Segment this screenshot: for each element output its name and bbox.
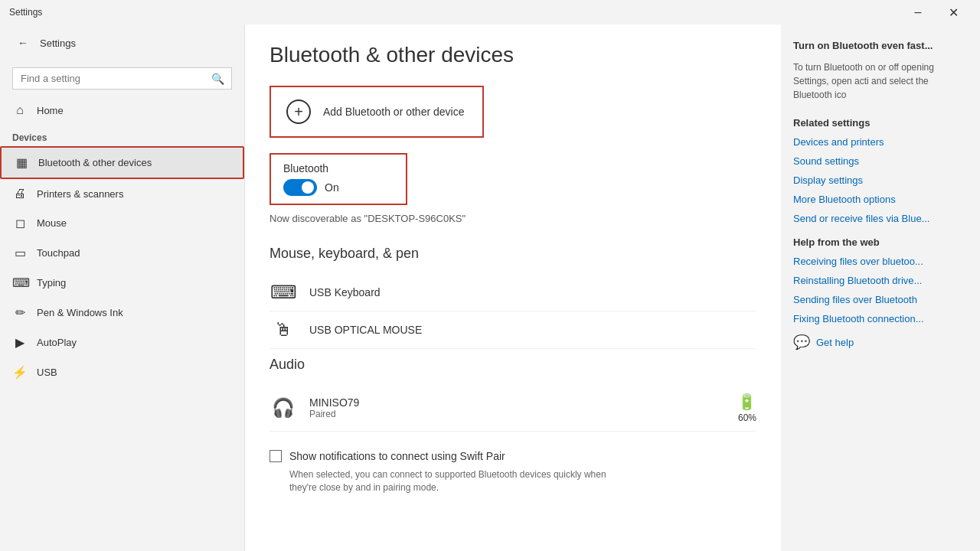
bluetooth-tip-text: To turn Bluetooth on or off opening Sett… <box>793 60 968 102</box>
sidebar-item-pen-label: Pen & Windows Ink <box>37 307 123 318</box>
main-content: Bluetooth & other devices + Add Bluetoot… <box>245 24 781 551</box>
sidebar-header: ← Settings <box>0 24 244 61</box>
touchpad-icon: ▭ <box>12 246 28 260</box>
link-fixing-connection[interactable]: Fixing Bluetooth connection... <box>793 313 968 324</box>
close-button[interactable]: ✕ <box>936 0 971 24</box>
get-help-label: Get help <box>816 337 854 348</box>
back-icon: ← <box>18 37 28 49</box>
mouse-device-icon: 🖱 <box>270 319 297 341</box>
sidebar-item-usb-label: USB <box>37 367 57 378</box>
sidebar-item-printers-label: Printers & scanners <box>37 188 123 200</box>
battery-percent: 60% <box>738 412 756 423</box>
search-input[interactable] <box>12 67 232 90</box>
sidebar-item-bluetooth-label: Bluetooth & other devices <box>38 157 152 168</box>
bluetooth-toggle-label: Bluetooth <box>283 162 394 174</box>
sidebar-item-touchpad[interactable]: ▭ Touchpad <box>0 238 244 268</box>
toggle-state-label: On <box>325 181 339 194</box>
sidebar: ← Settings 🔍 ⌂ Home Devices ▦ Bluetooth … <box>0 24 245 551</box>
home-icon: ⌂ <box>12 103 28 117</box>
sidebar-item-mouse[interactable]: ◻ Mouse <box>0 208 244 238</box>
link-sound-settings[interactable]: Sound settings <box>793 155 968 167</box>
swift-pair-checkbox-row: Show notifications to connect using Swif… <box>270 450 756 462</box>
minimize-button[interactable]: – <box>900 0 936 24</box>
miniso-name: MINISO79 <box>309 396 725 409</box>
keyboard-name: USB Keyboard <box>309 286 756 298</box>
title-bar: Settings – ✕ <box>0 0 980 24</box>
page-title: Bluetooth & other devices <box>270 43 756 67</box>
keyboard-info: USB Keyboard <box>309 286 756 298</box>
title-bar-title: Settings <box>9 7 42 18</box>
sidebar-item-touchpad-label: Touchpad <box>37 247 80 259</box>
related-settings-title: Related settings <box>793 117 968 129</box>
mouse-section-title: Mouse, keyboard, & pen <box>270 246 756 262</box>
sidebar-item-home[interactable]: ⌂ Home <box>0 96 244 125</box>
battery-icon: 🔋 <box>737 393 756 411</box>
toggle-row: On <box>283 179 394 196</box>
title-bar-left: Settings <box>9 7 42 18</box>
swift-pair-checkbox[interactable] <box>270 450 282 462</box>
toggle-thumb <box>302 181 314 194</box>
link-more-bluetooth[interactable]: More Bluetooth options <box>793 194 968 205</box>
miniso-info: MINISO79 Paired <box>309 396 725 419</box>
sidebar-item-bluetooth[interactable]: ▦ Bluetooth & other devices <box>0 146 244 179</box>
typing-icon: ⌨ <box>12 276 28 290</box>
discoverable-text: Now discoverable as "DESKTOP-S96C0KS" <box>270 213 756 224</box>
printers-icon: 🖨 <box>12 187 28 201</box>
right-panel: Turn on Bluetooth even fast... To turn B… <box>781 24 980 551</box>
title-bar-controls: – ✕ <box>900 0 971 24</box>
help-from-web-title: Help from the web <box>793 236 968 248</box>
link-display-settings[interactable]: Display settings <box>793 174 968 186</box>
pen-icon: ✏ <box>12 305 28 320</box>
get-help-icon: 💬 <box>793 334 810 350</box>
device-usb-keyboard[interactable]: ⌨ USB Keyboard <box>270 274 756 311</box>
sidebar-item-autoplay[interactable]: ▶ AutoPlay <box>0 328 244 357</box>
sidebar-item-usb[interactable]: ⚡ USB <box>0 357 244 387</box>
bluetooth-icon: ▦ <box>14 155 29 170</box>
headphone-icon: 🎧 <box>270 397 297 419</box>
link-receiving-files[interactable]: Receiving files over bluetoo... <box>793 256 968 267</box>
swift-pair-label: Show notifications to connect using Swif… <box>289 450 505 462</box>
bluetooth-tip-section: Turn on Bluetooth even fast... To turn B… <box>793 40 968 102</box>
sidebar-item-home-label: Home <box>37 105 64 116</box>
mouse-icon: ◻ <box>12 216 28 230</box>
add-device-label: Add Bluetooth or other device <box>323 106 464 118</box>
usb-icon: ⚡ <box>12 365 28 380</box>
bluetooth-toggle-switch[interactable] <box>283 179 317 196</box>
search-icon: 🔍 <box>211 73 224 85</box>
sidebar-item-typing[interactable]: ⌨ Typing <box>0 268 244 298</box>
link-devices-printers[interactable]: Devices and printers <box>793 136 968 148</box>
keyboard-icon: ⌨ <box>270 282 297 303</box>
sidebar-section-title: Devices <box>0 125 244 146</box>
bluetooth-toggle-section: Bluetooth On <box>270 153 407 205</box>
device-usb-mouse[interactable]: 🖱 USB OPTICAL MOUSE <box>270 311 756 349</box>
app-body: ← Settings 🔍 ⌂ Home Devices ▦ Bluetooth … <box>0 24 980 551</box>
battery-info: 🔋 60% <box>737 393 756 423</box>
sidebar-item-pen[interactable]: ✏ Pen & Windows Ink <box>0 298 244 328</box>
add-device-button[interactable]: + Add Bluetooth or other device <box>270 86 484 138</box>
swift-pair-section: Show notifications to connect using Swif… <box>270 450 756 494</box>
miniso-sub: Paired <box>309 409 725 419</box>
device-miniso79[interactable]: 🎧 MINISO79 Paired 🔋 60% <box>270 385 756 432</box>
swift-pair-description: When selected, you can connect to suppor… <box>289 468 634 494</box>
mouse-section: Mouse, keyboard, & pen ⌨ USB Keyboard 🖱 … <box>270 246 756 349</box>
sidebar-item-mouse-label: Mouse <box>37 217 67 229</box>
get-help-row[interactable]: 💬 Get help <box>793 334 968 350</box>
sidebar-item-autoplay-label: AutoPlay <box>37 337 77 348</box>
add-device-plus-icon: + <box>286 99 311 124</box>
audio-section: Audio 🎧 MINISO79 Paired 🔋 60% <box>270 357 756 432</box>
link-sending-files[interactable]: Sending files over Bluetooth <box>793 294 968 305</box>
mouse-info: USB OPTICAL MOUSE <box>309 324 756 336</box>
audio-section-title: Audio <box>270 357 756 373</box>
bluetooth-tip-title: Turn on Bluetooth even fast... <box>793 40 968 51</box>
mouse-device-name: USB OPTICAL MOUSE <box>309 324 756 336</box>
sidebar-app-title: Settings <box>40 37 76 49</box>
sidebar-item-printers[interactable]: 🖨 Printers & scanners <box>0 179 244 208</box>
sidebar-item-typing-label: Typing <box>37 277 66 289</box>
back-button[interactable]: ← <box>12 32 34 54</box>
link-reinstalling-driver[interactable]: Reinstalling Bluetooth drive... <box>793 275 968 286</box>
autoplay-icon: ▶ <box>12 335 28 350</box>
link-send-receive-files[interactable]: Send or receive files via Blue... <box>793 213 968 224</box>
search-container: 🔍 <box>0 61 244 96</box>
